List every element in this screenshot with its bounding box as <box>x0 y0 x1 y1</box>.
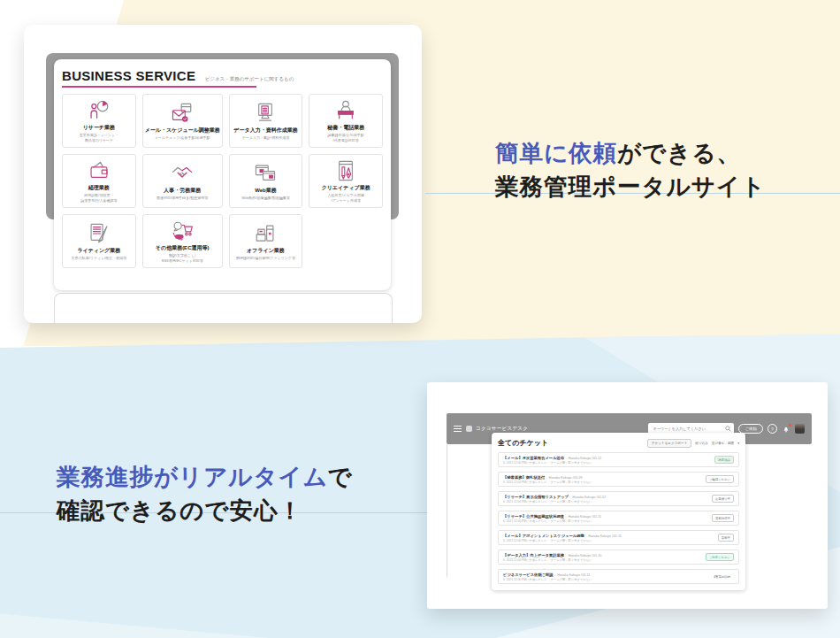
ticket-app-screenshot-card: コクヨサービスデスク ご依頼 ？ 全てのチケット <box>427 382 828 609</box>
service-tile-research[interactable]: リサーチ業務 営業先電話・イベント・ 商品等のリサーチ <box>62 94 136 148</box>
export-button[interactable]: チケットをエクスポート <box>647 439 691 448</box>
ticket-row[interactable]: 【リサーチ】公共施設建設状況調査： Hanako Kokuyo #01-11 6… <box>498 511 739 526</box>
ticket-assignee: ： Hanako Kokuyo #01-09 <box>545 476 582 480</box>
ticket-title: ビジネスサービス依頼ご相談 <box>503 573 554 577</box>
window-left-edge <box>447 444 447 577</box>
ticket-list: 【メール】月次営業報告メール送信： Hanako Kokuyo #01-12 6… <box>498 452 739 584</box>
tile-title: Web業務 <box>255 187 277 195</box>
ticket-assignee: ： Hanako Kokuyo #01-11 <box>564 515 601 519</box>
service-tile-accounting[interactable]: 経理業務 経理記帳/領収書・ 請求書発行/入金確認等 <box>62 154 136 208</box>
ticket-panel-header: 全てのチケット チケットをエクスポート 絞り込み 並び替え：期限 ▾ <box>498 438 739 448</box>
ticket-meta: 6, 2021 12:00 PMに作成しました ・チーム公開｜取り急ぎではない <box>503 461 601 465</box>
tile-title: リサーチ業務 <box>83 124 115 132</box>
ticket-meta: 6, 2021 12:00 PMに作成しました ・チーム公開｜取り急ぎではない <box>503 519 601 523</box>
business-service-subtitle: ビジネス・業務のサポートに関するもの <box>205 76 294 81</box>
service-tile-secretary[interactable]: 秘書・電話業務 議事録作成/お礼状手配 /代表電話対応等 <box>309 94 383 148</box>
menu-icon[interactable] <box>454 426 462 432</box>
page-title: 全てのチケット <box>498 438 548 448</box>
status-badge: 対応済み <box>714 456 734 464</box>
portal-screenshot-card: BUSINESS SERVICE ビジネス・業務のサポートに関するもの リサーチ… <box>24 25 422 323</box>
help-icon[interactable]: ？ <box>767 424 777 434</box>
notification-bell-icon[interactable] <box>782 425 790 434</box>
tile-subtitle: Web制作/画像編集/動画編集等 <box>241 196 289 201</box>
tile-title: 経理業務 <box>88 184 110 192</box>
bottom-headline-line2: 確認できるので安心！ <box>57 497 302 524</box>
ticket-assignee: ： Hanako Kokuyo #01-12 <box>564 457 601 460</box>
ticket-row[interactable]: ビジネスサービス依頼ご相談： Hanako Kokuyo #01-11 6, 2… <box>498 569 739 584</box>
notification-dot <box>789 424 791 427</box>
tile-subtitle: 議事録作成/お礼状手配 /代表電話対応等 <box>328 133 364 143</box>
ticket-meta: 6, 2021 12:00 PMに作成しました ・チーム公開｜取り急ぎではない <box>503 539 622 542</box>
tile-title: ライティング業務 <box>77 247 120 255</box>
service-tile-creative[interactable]: クリエイティブ業務 入稿作業/メルマガ調整 /アンケート作成等 <box>309 154 383 208</box>
writing-icon <box>88 222 111 245</box>
marketing-page: BUSINESS SERVICE ビジネス・業務のサポートに関するもの リサーチ… <box>0 0 840 638</box>
service-tile-other-ec[interactable]: その他業務(EC運用等) 翻訳/文字起こし/ SNS運用/ECサイト対応等 <box>142 214 223 268</box>
ticket-assignee: ： Hanako Kokuyo #01-11 <box>554 573 591 577</box>
secretary-desk-icon <box>334 99 357 122</box>
status-badge: 業務対応中 <box>712 514 734 522</box>
status-badge: ご対応ください <box>706 553 734 561</box>
tile-subtitle: 面接対応/採用手続き/勤怠管理等 <box>157 196 208 201</box>
sort-control[interactable]: 並び替え：期限 <box>712 442 734 445</box>
business-service-header: BUSINESS SERVICE ビジネス・業務のサポートに関するもの <box>62 68 383 88</box>
offline-boxes-icon <box>254 222 277 245</box>
mail-calendar-icon <box>171 102 194 125</box>
service-tile-hr[interactable]: 人事・労務業務 面接対応/採用手続き/勤怠管理等 <box>142 154 223 208</box>
service-tile-web[interactable]: Web業務 Web制作/画像編集/動画編集等 <box>229 154 303 208</box>
status-badge: 業務中 <box>718 534 734 542</box>
data-entry-icon <box>254 102 277 125</box>
tile-title: クリエイティブ業務 <box>322 184 370 192</box>
ec-cart-icon <box>171 219 194 242</box>
tile-title: 人事・労務業務 <box>164 187 201 195</box>
logo-icon <box>466 426 472 432</box>
tile-subtitle: メールチェック/会食手配/出張手配 <box>155 135 210 141</box>
brand-name: コクヨサービスデスク <box>476 426 528 432</box>
search-input[interactable] <box>651 426 725 432</box>
next-panel-edge <box>54 293 393 323</box>
web-windows-icon <box>254 162 277 185</box>
ticket-toolbar: チケットをエクスポート 絞り込み 並び替え：期限 ▾ <box>647 439 739 448</box>
status-badge: ご確認ください <box>706 475 734 483</box>
ticket-title: 【リサーチ】公共施設建設状況調査 <box>503 514 564 519</box>
tile-title: データ入力・資料作成業務 <box>233 127 297 135</box>
ticket-meta: 6, 2021 12:00 PMに作成しました ・チーム公開｜取り急ぎではない <box>503 500 606 503</box>
ticket-row[interactable]: 【メール】アポイントメントスケジュール調整： Hanako Kokuyo #01… <box>498 530 739 545</box>
ticket-title: 【メール】月次営業報告メール送信 <box>503 456 564 460</box>
ticket-meta: 6, 2021 12:00 PMに作成しました ・チーム公開｜取り急ぎではない <box>503 480 592 484</box>
magenta-underline <box>62 86 256 88</box>
wallet-icon <box>88 159 111 182</box>
user-avatar[interactable] <box>795 424 805 434</box>
ticket-title: 【秘書業務】御礼状送付 <box>503 475 545 480</box>
ticket-list-panel: 全てのチケット チケットをエクスポート 絞り込み 並び替え：期限 ▾ 【メール】… <box>492 433 745 590</box>
ticket-assignee: ： Hanako Kokuyo #01-12 <box>569 496 606 499</box>
sort-caret-icon[interactable]: ▾ <box>737 442 739 445</box>
ticket-title: 【データ入力】売上データ集計業務 <box>503 553 564 557</box>
ticket-row[interactable]: 【リサーチ】展示会情報リストアップ： Hanako Kokuyo #01-12 … <box>498 491 739 506</box>
ticket-row[interactable]: 【メール】月次営業報告メール送信： Hanako Kokuyo #01-12 6… <box>498 452 739 467</box>
service-tile-offline[interactable]: オフライン業務 郵便物対応/備品管理/ファイリング等 <box>229 214 303 268</box>
ticket-title: 【メール】アポイントメントスケジュール調整 <box>503 534 584 538</box>
tile-subtitle: 郵便物対応/備品管理/ファイリング等 <box>236 256 295 261</box>
tile-title: オフライン業務 <box>247 247 285 255</box>
search-icon <box>725 426 731 432</box>
ticket-row[interactable]: 【秘書業務】御礼状送付： Hanako Kokuyo #01-09 6, 202… <box>498 472 739 487</box>
service-tile-data-entry[interactable]: データ入力・資料作成業務 データ入力・集計/資料作成等 <box>229 94 303 148</box>
service-tile-grid: リサーチ業務 営業先電話・イベント・ 商品等のリサーチ メール・スケジュール調整… <box>62 94 383 268</box>
filter-control[interactable]: 絞り込み <box>695 442 708 445</box>
business-service-title: BUSINESS SERVICE <box>62 68 195 83</box>
tile-title: その他業務(EC運用等) <box>156 244 210 252</box>
handshake-icon <box>171 162 194 185</box>
business-service-panel: BUSINESS SERVICE ビジネス・業務のサポートに関するもの リサーチ… <box>54 59 391 290</box>
bottom-headline-rest: で <box>328 464 353 490</box>
service-tile-writing[interactable]: ライティング業務 文書の執筆/リライト/校正・校閲等 <box>62 214 136 268</box>
creative-pen-icon <box>334 159 357 182</box>
ticket-meta: 6, 2021 12:00 PMに作成しました ・チーム公開｜取り急ぎではない <box>503 558 601 562</box>
ticket-assignee: ： Hanako Kokuyo #01-11 <box>584 534 622 538</box>
ticket-assignee: ： Hanako Kokuyo #01-10 <box>564 554 601 557</box>
research-icon <box>88 99 111 122</box>
tile-subtitle: 営業先電話・イベント・ 商品等のリサーチ <box>80 133 118 143</box>
ticket-title: 【リサーチ】展示会情報リストアップ <box>503 495 569 499</box>
service-tile-mail-schedule[interactable]: メール・スケジュール調整業務 メールチェック/会食手配/出張手配 <box>142 94 223 148</box>
ticket-row[interactable]: 【データ入力】売上データ集計業務： Hanako Kokuyo #01-10 6… <box>498 550 739 565</box>
